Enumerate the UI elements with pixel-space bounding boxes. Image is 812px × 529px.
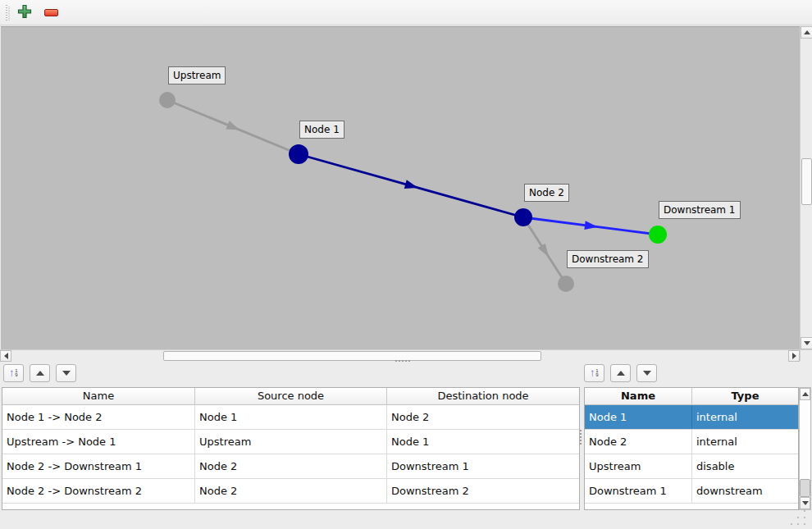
arrow-up-icon — [804, 30, 810, 34]
toolbar-drag-handle[interactable] — [6, 5, 10, 21]
nodes-table-header: NameType — [585, 388, 798, 405]
arrow-down-icon — [804, 341, 810, 345]
graph-svg — [1, 27, 800, 349]
nodes-table[interactable]: NameTypeNode 1internalNode 2internalUpst… — [584, 387, 799, 510]
add-button[interactable] — [14, 2, 35, 23]
node-label-node-1[interactable]: Node 1 — [299, 121, 344, 139]
sort-ascending-icon: ↑19 — [9, 368, 17, 378]
move-down-button[interactable] — [56, 364, 76, 382]
edges-table[interactable]: NameSource nodeDestination nodeNode 1 ->… — [2, 387, 580, 510]
node-label-downstream-1[interactable]: Downstream 1 — [659, 201, 741, 219]
cell[interactable]: Node 2 -> Downstream 2 — [2, 479, 195, 503]
cell[interactable]: Downstream 2 — [387, 479, 579, 503]
arrow-down-icon — [643, 371, 651, 376]
arrow-down-icon — [802, 501, 809, 505]
cell[interactable]: Node 2 — [195, 454, 387, 478]
graph-node-node-2[interactable] — [514, 208, 532, 226]
arrow-right-icon — [792, 353, 796, 359]
vscroll-thumb[interactable] — [801, 158, 812, 205]
arrow-up-icon — [36, 371, 44, 376]
arrow-left-icon — [4, 353, 8, 359]
arrow-up-icon — [802, 392, 809, 396]
cell[interactable]: Node 1 -> Node 2 — [2, 405, 195, 429]
move-up-button[interactable] — [610, 364, 631, 382]
cell[interactable]: Node 1 — [387, 430, 579, 454]
nodes-table-row-1[interactable]: Node 2internal — [585, 430, 798, 454]
cell[interactable]: Downstream 1 — [387, 454, 579, 478]
graph-canvas[interactable]: UpstreamNode 1Node 2Downstream 1Downstre… — [1, 26, 800, 349]
column-header-source-node[interactable]: Source node — [195, 388, 387, 405]
plus-icon — [17, 4, 32, 21]
cell[interactable]: disable — [692, 454, 798, 478]
cell[interactable]: internal — [692, 405, 798, 429]
sort-button[interactable]: ↑19 — [584, 364, 604, 382]
cell[interactable]: downstream — [692, 479, 798, 503]
node-label-downstream-2[interactable]: Downstream 2 — [567, 250, 649, 268]
scrollbar-corner — [800, 349, 812, 361]
cell[interactable]: Upstream -> Node 1 — [2, 430, 195, 454]
vertical-splitter-handle[interactable] — [580, 430, 582, 431]
graph-node-node-1[interactable] — [289, 144, 308, 164]
canvas-hscrollbar[interactable] — [0, 349, 800, 361]
edge-arrow-icon — [584, 221, 598, 230]
graph-node-downstream-2[interactable] — [558, 276, 574, 292]
scroll-down-button[interactable] — [801, 337, 812, 349]
nodes-table-vscrollbar[interactable] — [799, 387, 811, 510]
sort-ascending-icon: ↑19 — [590, 368, 598, 378]
graph-node-upstream[interactable] — [159, 92, 176, 108]
empty-row — [2, 504, 579, 509]
nodes-table-row-2[interactable]: Upstreamdisable — [585, 454, 798, 479]
nodes-table-row-3[interactable]: Downstream 1downstream — [585, 479, 798, 504]
edge-arrow-icon — [538, 244, 549, 257]
column-header-name[interactable]: Name — [585, 388, 692, 405]
edges-table-row-2[interactable]: Node 2 -> Downstream 1Node 2Downstream 1 — [2, 454, 579, 479]
edge-arrow-icon — [226, 121, 239, 130]
edge-arrow-icon — [404, 180, 418, 189]
cell[interactable]: Node 2 — [585, 430, 692, 454]
remove-button[interactable] — [40, 2, 62, 23]
vscroll-thumb[interactable] — [800, 479, 810, 497]
application-window: UpstreamNode 1Node 2Downstream 1Downstre… — [0, 0, 812, 529]
cell[interactable]: Node 2 -> Downstream 1 — [2, 454, 195, 478]
scroll-up-button[interactable] — [800, 388, 810, 400]
arrow-up-icon — [617, 371, 625, 376]
scroll-down-button[interactable] — [800, 497, 810, 509]
column-header-name[interactable]: Name — [2, 388, 195, 405]
canvas-vscrollbar[interactable] — [800, 26, 812, 349]
graph-node-downstream-1[interactable] — [649, 226, 667, 244]
column-header-type[interactable]: Type — [692, 388, 798, 405]
cell[interactable]: Node 2 — [195, 479, 387, 503]
node-label-node-2[interactable]: Node 2 — [524, 184, 569, 202]
empty-row — [585, 504, 798, 509]
hscroll-thumb[interactable] — [163, 351, 541, 361]
edges-table-row-0[interactable]: Node 1 -> Node 2Node 1Node 2 — [2, 405, 579, 430]
edges-table-row-1[interactable]: Upstream -> Node 1UpstreamNode 1 — [2, 430, 579, 454]
minus-icon — [44, 9, 58, 16]
edges-table-header: NameSource nodeDestination node — [2, 388, 579, 405]
arrow-down-icon — [62, 371, 71, 376]
move-down-button[interactable] — [636, 364, 657, 382]
cell[interactable]: Upstream — [585, 454, 692, 478]
window-resize-grip[interactable] — [797, 517, 799, 518]
cell[interactable]: Upstream — [195, 430, 387, 454]
edges-table-row-3[interactable]: Node 2 -> Downstream 2Node 2Downstream 2 — [2, 479, 579, 504]
horizontal-splitter-handle[interactable] — [395, 360, 397, 362]
scroll-up-button[interactable] — [801, 26, 812, 39]
sort-button[interactable]: ↑19 — [3, 364, 24, 382]
cell[interactable]: Downstream 1 — [585, 479, 692, 503]
nodes-table-row-0[interactable]: Node 1internal — [585, 405, 798, 430]
move-up-button[interactable] — [30, 364, 50, 382]
cell[interactable]: Node 1 — [585, 405, 692, 429]
main-toolbar — [0, 0, 812, 25]
cell[interactable]: Node 2 — [387, 405, 579, 429]
cell[interactable]: Node 1 — [195, 405, 387, 429]
node-label-upstream[interactable]: Upstream — [168, 66, 226, 84]
cell[interactable]: internal — [692, 430, 798, 454]
scroll-left-button[interactable] — [0, 350, 11, 362]
column-header-destination-node[interactable]: Destination node — [387, 388, 579, 405]
scroll-right-button[interactable] — [788, 350, 800, 362]
